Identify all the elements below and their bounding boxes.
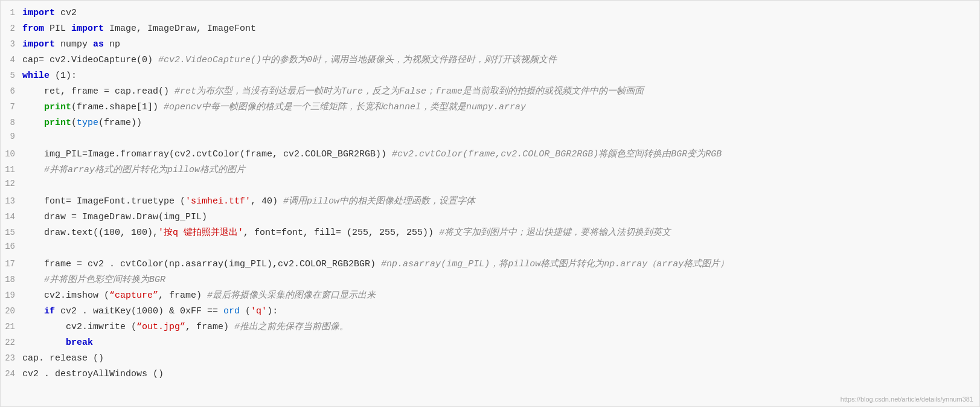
line-content: import cv2	[22, 6, 979, 20]
code-line: 16	[1, 241, 979, 257]
line-number: 10	[1, 149, 22, 159]
code-line: 20 if cv2 . waitKey(1000) & 0xFF == ord …	[1, 304, 979, 319]
line-number: 24	[1, 369, 22, 379]
code-line: 15 draw.text((100, 100),'按q 键拍照并退出', fon…	[1, 225, 979, 241]
line-number: 18	[1, 275, 22, 284]
line-number: 12	[1, 179, 22, 188]
line-content: ret, frame = cap.read() #ret为布尔型，当没有到达最后…	[22, 85, 979, 98]
code-line: 24cv2 . destroyAllWindows ()	[1, 367, 979, 382]
line-content: break	[22, 336, 979, 350]
line-content: font= ImageFont.truetype ('simhei.ttf', …	[22, 194, 979, 208]
code-line: 2from PIL import Image, ImageDraw, Image…	[1, 21, 979, 37]
line-number: 11	[1, 165, 22, 175]
line-number: 13	[1, 196, 22, 206]
code-line: 6 ret, frame = cap.read() #ret为布尔型，当没有到达…	[1, 84, 979, 100]
line-content: cv2.imshow (“capture”, frame) #最后将摄像头采集的…	[22, 289, 979, 303]
line-content: draw.text((100, 100),'按q 键拍照并退出', font=f…	[22, 226, 979, 240]
line-content: #并将array格式的图片转化为pillow格式的图片	[22, 163, 979, 177]
code-line: 3import numpy as np	[1, 37, 979, 53]
line-number: 2	[1, 24, 22, 33]
line-number: 3	[1, 39, 22, 49]
line-number: 7	[1, 102, 22, 112]
line-number: 9	[1, 132, 22, 141]
line-content: cv2.imwrite (“out.jpg”, frame) #推出之前先保存当…	[22, 320, 979, 334]
line-number: 1	[1, 8, 22, 18]
code-line: 21 cv2.imwrite (“out.jpg”, frame) #推出之前先…	[1, 319, 979, 335]
code-line: 13 font= ImageFont.truetype ('simhei.ttf…	[1, 194, 979, 210]
line-number: 8	[1, 118, 22, 127]
line-content: cap. release ()	[22, 351, 979, 365]
code-line: 5while (1):	[1, 68, 979, 84]
line-content: import numpy as np	[22, 37, 979, 51]
code-line: 1import cv2	[1, 5, 979, 21]
line-number: 15	[1, 228, 22, 237]
line-content: from PIL import Image, ImageDraw, ImageF…	[22, 22, 979, 36]
code-line: 19 cv2.imshow (“capture”, frame) #最后将摄像头…	[1, 288, 979, 304]
code-line: 7 print(frame.shape[1]) #opencv中每一帧图像的格式…	[1, 100, 979, 115]
line-number: 21	[1, 322, 22, 332]
line-content: cv2 . destroyAllWindows ()	[22, 367, 979, 381]
code-line: 17 frame = cv2 . cvtColor(np.asarray(img…	[1, 257, 979, 272]
code-line: 8 print(type(frame))	[1, 115, 979, 131]
code-line: 12	[1, 178, 979, 194]
line-number: 23	[1, 353, 22, 363]
code-line: 10 img_PIL=Image.fromarray(cv2.cvtColor(…	[1, 147, 979, 162]
code-line: 14 draw = ImageDraw.Draw(img_PIL)	[1, 210, 979, 225]
line-number: 16	[1, 242, 22, 251]
line-content: frame = cv2 . cvtColor(np.asarray(img_PI…	[22, 257, 979, 271]
line-content: while (1):	[22, 69, 979, 83]
code-line: 9	[1, 131, 979, 147]
code-line: 4cap= cv2.VideoCapture(0) #cv2.VideoCapt…	[1, 53, 979, 68]
line-content: print(frame.shape[1]) #opencv中每一帧图像的格式是一…	[22, 100, 979, 114]
line-content: img_PIL=Image.fromarray(cv2.cvtColor(fra…	[22, 147, 979, 161]
line-number: 20	[1, 306, 22, 316]
line-number: 5	[1, 71, 22, 80]
line-number: 14	[1, 212, 22, 222]
line-number: 4	[1, 55, 22, 65]
line-content: draw = ImageDraw.Draw(img_PIL)	[22, 210, 979, 224]
line-content: #并将图片色彩空间转换为BGR	[22, 273, 979, 287]
line-content: print(type(frame))	[22, 116, 979, 130]
code-line: 11 #并将array格式的图片转化为pillow格式的图片	[1, 162, 979, 178]
line-content: cap= cv2.VideoCapture(0) #cv2.VideoCaptu…	[22, 53, 979, 67]
code-line: 22 break	[1, 335, 979, 351]
watermark: https://blog.csdn.net/article/details/yn…	[841, 396, 973, 403]
line-content: if cv2 . waitKey(1000) & 0xFF == ord ('q…	[22, 304, 979, 318]
line-number: 22	[1, 338, 22, 347]
code-line: 23cap. release ()	[1, 351, 979, 367]
code-line: 18 #并将图片色彩空间转换为BGR	[1, 272, 979, 288]
code-editor: 1import cv22from PIL import Image, Image…	[0, 0, 980, 407]
line-number: 19	[1, 290, 22, 300]
line-number: 17	[1, 259, 22, 269]
line-number: 6	[1, 86, 22, 96]
